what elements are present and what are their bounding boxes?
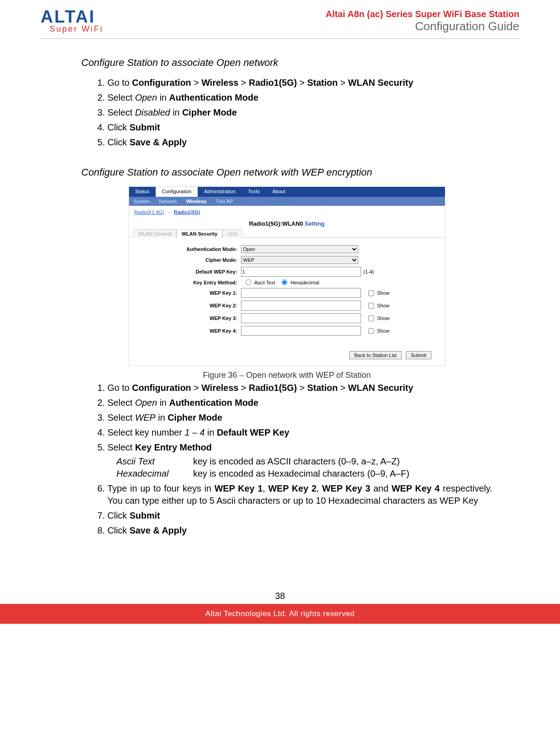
field: WEP Key 3	[322, 483, 370, 493]
term: Ascii Text	[116, 455, 180, 468]
value: Disabled	[135, 107, 170, 117]
show-label: Show	[377, 303, 390, 308]
show-label: Show	[377, 328, 390, 334]
path-part: WLAN Security	[348, 78, 413, 88]
ascii-text-label: Ascii Text	[255, 280, 275, 285]
hexadecimal-radio[interactable]	[282, 279, 287, 285]
path-part: Station	[307, 78, 338, 88]
path-part: Configuration	[132, 78, 191, 88]
header-titles: Altai A8n (ac) Series Super WiFi Base St…	[326, 9, 519, 33]
tab-configuration[interactable]: Configuration	[156, 187, 198, 197]
section2-heading: Configure Station to associate Open netw…	[81, 167, 492, 178]
text: Select	[107, 413, 135, 422]
cipher-mode-select[interactable]: WEP	[241, 256, 358, 264]
text: and	[370, 483, 392, 493]
tab-tools[interactable]: Tools	[242, 187, 266, 197]
path-part: Radio1(5G)	[249, 383, 297, 393]
wep-key4-input[interactable]	[241, 326, 361, 336]
value: 1 – 4	[185, 427, 204, 437]
radio1-link[interactable]: Radio1(5G)	[174, 209, 200, 215]
text: Type in up to four keys in	[107, 483, 214, 493]
subtab-wireless[interactable]: Wireless	[182, 197, 211, 206]
path-part: Station	[307, 383, 338, 393]
subtab-thinap[interactable]: Thin AP	[211, 197, 238, 206]
step: Select WEP in Cipher Mode	[107, 412, 492, 424]
tab-about[interactable]: About	[266, 187, 292, 197]
tab-administration[interactable]: Administration	[198, 187, 242, 197]
tab-qos[interactable]: QoS	[222, 229, 242, 238]
hexadecimal-label: Hexadecimal	[291, 280, 319, 285]
logo-main: ALTAI	[41, 9, 103, 24]
desc: key is encoded as ASCII characters (0–9,…	[193, 455, 400, 468]
step: Select Open in Authentication Mode	[107, 92, 492, 104]
text: >	[238, 383, 249, 393]
text: Select	[107, 398, 135, 408]
step: Click Submit	[107, 510, 492, 522]
value: WEP	[135, 413, 156, 422]
wep-key2-input[interactable]	[241, 301, 361, 311]
field: Cipher Mode	[167, 413, 222, 422]
tab-status[interactable]: Status	[129, 187, 156, 197]
sub-tabs: System Network Wireless Thin AP	[129, 197, 445, 206]
button-ref: Submit	[130, 510, 160, 520]
tab-wlan-security[interactable]: WLAN Security	[176, 229, 222, 238]
ascii-text-radio[interactable]	[245, 279, 251, 285]
back-to-station-list-button[interactable]: Back to Station List	[349, 351, 402, 359]
button-ref: Save & Apply	[130, 137, 187, 147]
radio0-link[interactable]: Radio0(2.4G)	[134, 209, 164, 215]
text: Go to	[107, 383, 132, 393]
text: >	[338, 383, 348, 393]
text: >	[297, 78, 307, 88]
term: Hexadecimal	[116, 468, 180, 480]
text: Select	[107, 107, 135, 117]
text: ,	[316, 483, 322, 493]
path-part: WLAN Security	[348, 383, 413, 393]
title-part1: Radio1(5G):WLAN0	[249, 220, 303, 227]
text: Click	[107, 137, 130, 147]
inner-tabs: WLAN General WLAN Security QoS	[129, 229, 445, 238]
subtab-network[interactable]: Network	[154, 197, 181, 206]
default-wep-key-input[interactable]	[241, 267, 361, 277]
main-tabs: Status Configuration Administration Tool…	[129, 187, 445, 197]
wep-key1-input[interactable]	[241, 288, 361, 298]
wep-key3-input[interactable]	[241, 313, 361, 323]
text: Click	[107, 525, 130, 535]
text: ,	[263, 483, 268, 493]
submit-button[interactable]: Submit	[406, 351, 431, 359]
step: Select Key Entry Method Ascii Textkey is…	[107, 441, 492, 480]
text: Click	[107, 122, 130, 132]
tab-wlan-general[interactable]: WLAN General	[134, 229, 177, 238]
field: Authentication Mode	[169, 398, 259, 408]
section2-steps: Go to Configuration > Wireless > Radio1(…	[81, 382, 492, 537]
panel-title: Radio1(5G):WLAN0 Setting	[129, 218, 445, 229]
button-ref: Submit	[130, 122, 160, 132]
separator: ·	[168, 209, 170, 215]
wep-key4-show-checkbox[interactable]	[368, 328, 374, 334]
form-buttons: Back to Station List Submit	[129, 348, 445, 366]
key-entry-method-label: Key Entry Method:	[156, 280, 241, 285]
text: in	[156, 413, 168, 422]
button-ref: Save & Apply	[130, 525, 187, 535]
wep-key2-label: WEP Key 2:	[156, 303, 241, 308]
path-part: Radio1(5G)	[249, 78, 297, 88]
wep-key1-label: WEP Key 1:	[156, 290, 241, 296]
path-part: Wireless	[201, 383, 238, 393]
logo-sub: Super WiFi	[41, 24, 103, 34]
wep-key4-label: WEP Key 4:	[156, 328, 241, 334]
field: WEP Key 4	[392, 483, 440, 493]
field: WEP Key 2	[268, 483, 316, 493]
text: in	[170, 107, 182, 117]
field: Authentication Mode	[169, 93, 259, 102]
default-wep-key-hint: (1-4)	[364, 269, 374, 274]
wep-key3-show-checkbox[interactable]	[368, 316, 374, 321]
step: Click Submit	[107, 121, 492, 134]
show-label: Show	[377, 290, 390, 296]
step: Go to Configuration > Wireless > Radio1(…	[107, 382, 492, 394]
wep-key2-show-checkbox[interactable]	[368, 303, 374, 309]
auth-mode-select[interactable]: Open	[241, 245, 358, 253]
subtab-system[interactable]: System	[129, 197, 155, 206]
step: Select key number 1 – 4 in Default WEP K…	[107, 427, 492, 439]
text: >	[297, 383, 307, 393]
field: WEP Key 1	[214, 483, 263, 493]
wep-key1-show-checkbox[interactable]	[368, 290, 374, 296]
